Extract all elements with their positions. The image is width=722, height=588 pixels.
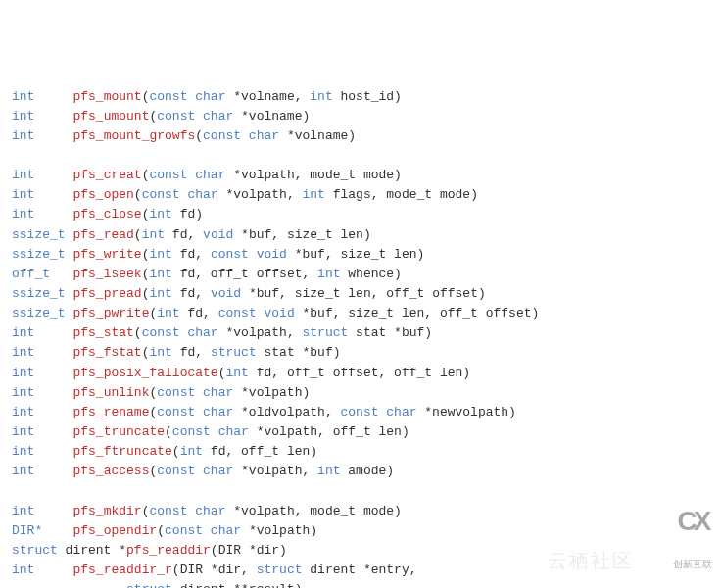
- keyword: int: [303, 187, 325, 202]
- param-text: *buf, size_t len, off_t offset): [241, 286, 486, 301]
- param-text: *volpath, mode_t mode): [225, 504, 401, 518]
- param-text: amode): [341, 464, 395, 478]
- function-name: pfs_open: [72, 187, 133, 202]
- keyword: int: [317, 267, 340, 281]
- param-text: *volpath,: [218, 187, 303, 202]
- keyword: int: [180, 444, 203, 459]
- code-line: int pfs_creat(const char *volpath, mode_…: [12, 166, 710, 185]
- code-line: int pfs_mount(const char *volname, int h…: [12, 87, 710, 107]
- code-line: int pfs_umount(const char *volname): [12, 107, 710, 126]
- function-name: pfs_mount_growfs: [72, 128, 195, 143]
- code-line: int pfs_rename(const char *oldvolpath, c…: [12, 403, 710, 422]
- param-text: *volpath, off_t len): [249, 424, 409, 439]
- return-type: DIR*: [12, 523, 66, 538]
- function-name: pfs_close: [72, 207, 141, 221]
- keyword: struct: [211, 345, 257, 360]
- code-line: int pfs_open(const char *volpath, int fl…: [12, 185, 710, 205]
- param-text: fd,: [172, 345, 211, 360]
- param-text: fd,: [172, 247, 211, 262]
- code-block: int pfs_mount(const char *volname, int h…: [12, 87, 710, 588]
- keyword: int: [149, 286, 171, 301]
- function-name: pfs_rename: [72, 405, 149, 419]
- return-type: int: [12, 109, 66, 123]
- keyword: int: [157, 306, 179, 320]
- param-text: *buf, size_t len): [287, 247, 424, 262]
- keyword: struct: [126, 582, 172, 588]
- param-text: *newvolpath): [417, 405, 516, 419]
- keyword: const char: [149, 168, 225, 182]
- keyword: const void: [218, 306, 295, 320]
- keyword: const char: [149, 89, 225, 104]
- return-type: int: [12, 464, 66, 478]
- function-name: pfs_creat: [72, 168, 141, 182]
- function-name: pfs_read: [72, 227, 133, 242]
- param-text: flags, mode_t mode): [325, 187, 478, 202]
- keyword: int: [149, 207, 171, 221]
- param-text: stat *buf): [348, 325, 432, 340]
- function-name: pfs_readdir: [126, 543, 211, 558]
- keyword: const char: [157, 109, 233, 123]
- code-line: int pfs_ftruncate(int fd, off_t len): [12, 442, 710, 462]
- keyword: void: [203, 227, 233, 242]
- code-line: int pfs_fstat(int fd, struct stat *buf): [12, 343, 710, 363]
- return-type: int: [12, 89, 66, 104]
- keyword: struct: [303, 325, 349, 340]
- param-text: fd, off_t offset,: [172, 267, 317, 281]
- return-type: int: [12, 385, 66, 400]
- code-line: int pfs_readdir_r(DIR *dir, struct diren…: [12, 561, 710, 580]
- param-text: dirent **result): [172, 582, 303, 588]
- param-text: whence): [341, 267, 402, 281]
- keyword: const char: [157, 464, 233, 478]
- param-text: *buf, size_t len, off_t offset): [295, 306, 540, 320]
- return-type: int: [12, 128, 66, 143]
- code-line: ssize_t pfs_pread(int fd, void *buf, siz…: [12, 284, 710, 304]
- param-text: *volpath,: [218, 325, 303, 340]
- function-name: pfs_stat: [72, 325, 133, 340]
- function-name: pfs_fstat: [72, 345, 141, 360]
- param-text: host_id): [333, 89, 402, 104]
- return-type: int: [12, 207, 66, 221]
- function-name: pfs_pwrite: [72, 306, 149, 320]
- keyword: int: [310, 89, 332, 104]
- return-type: struct: [12, 543, 58, 558]
- function-name: pfs_lseek: [72, 267, 141, 281]
- code-line: int pfs_access(const char *volpath, int …: [12, 462, 710, 481]
- keyword: const char: [340, 405, 416, 419]
- param-text: *oldvolpath,: [233, 405, 340, 419]
- code-line: ssize_t pfs_read(int fd, void *buf, size…: [12, 225, 710, 245]
- keyword: const char: [203, 128, 279, 143]
- keyword: int: [317, 464, 340, 478]
- param-text: *volpath,: [233, 464, 317, 478]
- param-text: fd,: [180, 306, 218, 320]
- keyword: const char: [157, 385, 233, 400]
- keyword: const char: [142, 325, 218, 340]
- code-line: [12, 481, 710, 501]
- function-name: pfs_umount: [72, 109, 149, 123]
- keyword: void: [211, 286, 241, 301]
- function-name: pfs_access: [72, 464, 149, 478]
- param-text: DIR *dir): [218, 543, 287, 558]
- return-type: ssize_t: [12, 227, 66, 242]
- return-type: ssize_t: [12, 247, 66, 262]
- function-name: pfs_truncate: [72, 424, 165, 439]
- function-name: pfs_opendir: [72, 523, 157, 538]
- function-name: pfs_mkdir: [72, 504, 141, 518]
- code-line: struct dirent **result): [12, 580, 710, 588]
- return-type: off_t: [12, 267, 66, 281]
- code-line: ssize_t pfs_write(int fd, const void *bu…: [12, 245, 710, 265]
- return-type: int: [12, 504, 66, 518]
- param-text: *volpath): [241, 523, 317, 538]
- return-type: ssize_t: [12, 306, 66, 320]
- return-type: int: [12, 366, 66, 380]
- param-text: fd,: [165, 227, 203, 242]
- keyword: const char: [172, 424, 249, 439]
- keyword: int: [149, 345, 171, 360]
- param-text: *volpath, mode_t mode): [225, 168, 401, 182]
- code-line: int pfs_truncate(const char *volpath, of…: [12, 422, 710, 442]
- code-line: int pfs_close(int fd): [12, 205, 710, 224]
- return-type: int: [12, 325, 66, 340]
- return-type: int: [12, 187, 66, 202]
- keyword: const char: [142, 187, 218, 202]
- param-text: stat *buf): [257, 345, 341, 360]
- code-line: int pfs_posix_fallocate(int fd, off_t of…: [12, 364, 710, 383]
